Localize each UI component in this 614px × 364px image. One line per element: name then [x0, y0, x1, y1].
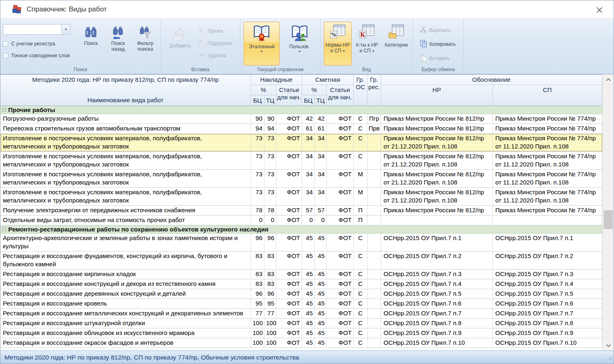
- group-button[interactable]: Группа: [197, 27, 238, 36]
- justification-nr-cell[interactable]: ОСНрр.2015 ОУ Прил.7 п.8: [381, 319, 493, 328]
- name-cell[interactable]: Получение электроэнергии от передвижных …: [0, 206, 251, 215]
- nr-bc-cell[interactable]: 100: [251, 319, 264, 328]
- case-sensitive-checkbox[interactable]: [3, 41, 8, 47]
- collapse-icon[interactable]: [2, 227, 6, 231]
- group-res-cell[interactable]: [368, 309, 381, 318]
- profit-group-header[interactable]: Сметная: [302, 75, 354, 85]
- group-os-cell[interactable]: С: [354, 134, 368, 151]
- work-type-row[interactable]: Реставрация и воссоздание конструкций и …: [0, 279, 603, 289]
- nr-tc-cell[interactable]: 77: [264, 309, 276, 318]
- nr-tc-cell[interactable]: 100: [264, 319, 276, 328]
- nr-bc-cell[interactable]: 73: [251, 170, 264, 187]
- name-cell[interactable]: Реставрация и воссоздание металлических …: [0, 309, 251, 318]
- sp-tc-cell[interactable]: 45: [315, 270, 327, 279]
- nr-articles-cell[interactable]: ФОТ: [276, 152, 302, 169]
- justification-sp-cell[interactable]: ОСНрр.2015 ОУ Прил.7 п.5: [493, 289, 602, 299]
- name-cell[interactable]: Реставрация и воссоздание кирпичных клад…: [0, 270, 251, 279]
- overhead-tc-header[interactable]: ТЦ: [264, 95, 276, 106]
- nr-bc-cell[interactable]: 73: [251, 134, 264, 151]
- sp-bc-cell[interactable]: 45: [302, 234, 315, 251]
- nr-articles-cell[interactable]: ФОТ: [276, 319, 302, 328]
- group-os-cell[interactable]: С: [354, 152, 368, 169]
- collapse-icon[interactable]: [2, 108, 6, 112]
- nr-tc-cell[interactable]: 83: [264, 279, 276, 289]
- nr-justification-header[interactable]: НР: [381, 85, 493, 106]
- sp-articles-cell[interactable]: ФОТ: [327, 170, 354, 187]
- nr-articles-cell[interactable]: ФОТ: [276, 114, 302, 124]
- sp-tc-cell[interactable]: 45: [315, 299, 327, 308]
- justification-sp-cell[interactable]: Приказ Минстроя России № 774/пр от 11.12…: [493, 134, 602, 151]
- name-cell[interactable]: Изготовление в построечных условиях мате…: [0, 134, 251, 151]
- overhead-group-header[interactable]: Накладные: [251, 75, 302, 85]
- group-os-cell[interactable]: С: [354, 289, 368, 299]
- sp-articles-cell[interactable]: ФОТ: [327, 338, 354, 348]
- name-cell[interactable]: Отдельные виды затрат, относимые на стои…: [0, 216, 251, 225]
- nr-articles-cell[interactable]: ФОТ: [276, 188, 302, 205]
- group-os-cell[interactable]: С: [354, 328, 368, 338]
- name-cell[interactable]: Перевозка строительных грузов автомобиль…: [0, 124, 251, 133]
- group-os-cell[interactable]: П: [354, 206, 368, 215]
- overhead-bc-header[interactable]: БЦ: [251, 95, 264, 106]
- work-type-row[interactable]: Изготовление в построечных условиях мате…: [0, 188, 603, 206]
- justification-sp-cell[interactable]: ОСНрр.2015 ОУ Прил.7 п.7: [493, 309, 602, 318]
- work-type-row[interactable]: Реставрация и воссоздание кровель9595ФОТ…: [0, 299, 603, 309]
- profit-tc-header[interactable]: ТЦ: [315, 95, 327, 106]
- justification-nr-cell[interactable]: ОСНрр.2015 ОУ Прил.7 п.4: [381, 279, 493, 289]
- nr-articles-cell[interactable]: ФОТ: [276, 170, 302, 187]
- group-os-cell[interactable]: М: [354, 170, 368, 187]
- nr-tc-cell[interactable]: 73: [264, 134, 276, 151]
- sp-tc-cell[interactable]: 61: [315, 124, 327, 133]
- justification-sp-cell[interactable]: Приказ Минстроя России № 774/пр от 11.12…: [493, 152, 602, 169]
- sp-articles-cell[interactable]: ФОТ: [327, 188, 354, 205]
- profit-bc-header[interactable]: БЦ: [302, 95, 315, 106]
- sp-bc-cell[interactable]: 34: [302, 134, 315, 151]
- justification-sp-cell[interactable]: ОСНрр.2015 ОУ Прил.7 п.4: [493, 279, 602, 289]
- nr-tc-cell[interactable]: 90: [264, 114, 276, 124]
- sp-articles-cell[interactable]: ФОТ: [327, 234, 354, 251]
- sp-tc-cell[interactable]: 45: [315, 338, 327, 348]
- justification-sp-cell[interactable]: Приказ Минстроя России № 774/пр: [493, 114, 602, 124]
- justification-nr-cell[interactable]: ОСНрр.2015 ОУ Прил.7 п.7: [381, 309, 493, 318]
- nr-articles-cell[interactable]: ФОТ: [276, 216, 302, 225]
- name-cell[interactable]: Изготовление в построечных условиях мате…: [0, 170, 251, 187]
- nr-bc-cell[interactable]: 83: [251, 252, 264, 269]
- sp-bc-cell[interactable]: 45: [302, 252, 315, 269]
- justification-nr-cell[interactable]: [381, 216, 493, 225]
- sp-articles-cell[interactable]: ФОТ: [327, 252, 354, 269]
- group-os-cell[interactable]: С: [354, 234, 368, 251]
- add-button[interactable]: Добавить: [168, 25, 192, 50]
- coefficients-nr-sp-button[interactable]: К К-ты к НР и СП: [353, 22, 381, 65]
- cut-button[interactable]: Вырезать: [418, 25, 462, 35]
- nr-bc-cell[interactable]: 83: [251, 270, 264, 279]
- copy-button[interactable]: Копировать: [418, 39, 462, 49]
- work-type-row[interactable]: Получение электроэнергии от передвижных …: [0, 206, 603, 216]
- nr-articles-cell[interactable]: ФОТ: [276, 299, 302, 308]
- justification-nr-cell[interactable]: Приказ Минстроя России № 812/пр от 21.12…: [381, 170, 493, 187]
- sp-tc-cell[interactable]: 34: [315, 188, 327, 205]
- justification-nr-cell[interactable]: Приказ Минстроя России № 812/пр: [381, 206, 493, 215]
- nr-tc-cell[interactable]: 73: [264, 188, 276, 205]
- sp-bc-cell[interactable]: 45: [302, 270, 315, 279]
- user-reference-button[interactable]: Пользов.: [282, 22, 318, 65]
- name-cell[interactable]: Реставрация и воссоздание окрасок фасадо…: [0, 338, 251, 348]
- sp-articles-cell[interactable]: ФОТ: [327, 299, 354, 308]
- sp-bc-cell[interactable]: 42: [302, 114, 315, 124]
- justification-sp-cell[interactable]: ОСНрр.2015 ОУ Прил.7 п.2: [493, 252, 602, 269]
- nr-articles-cell[interactable]: ФОТ: [276, 124, 302, 133]
- sp-articles-cell[interactable]: ФОТ: [327, 279, 354, 289]
- justification-nr-cell[interactable]: Приказ Минстроя России № 812/пр от 21.12…: [381, 188, 493, 205]
- sp-tc-cell[interactable]: 34: [315, 152, 327, 169]
- close-button[interactable]: [594, 5, 605, 14]
- nr-bc-cell[interactable]: 95: [251, 299, 264, 308]
- sp-tc-cell[interactable]: 45: [315, 252, 327, 269]
- profit-articles-header[interactable]: Статьи для нач.: [327, 85, 354, 106]
- nr-bc-cell[interactable]: 73: [251, 152, 264, 169]
- group-res-cell[interactable]: [368, 319, 381, 328]
- norms-nr-sp-button[interactable]: % Нормы НР и СП: [324, 22, 352, 65]
- group-os-cell[interactable]: С: [354, 338, 368, 348]
- sp-articles-cell[interactable]: ФОТ: [327, 124, 354, 133]
- sp-tc-cell[interactable]: 45: [315, 234, 327, 251]
- sp-tc-cell[interactable]: 34: [315, 134, 327, 151]
- group-os-cell[interactable]: С: [354, 279, 368, 289]
- sp-bc-cell[interactable]: 45: [302, 309, 315, 318]
